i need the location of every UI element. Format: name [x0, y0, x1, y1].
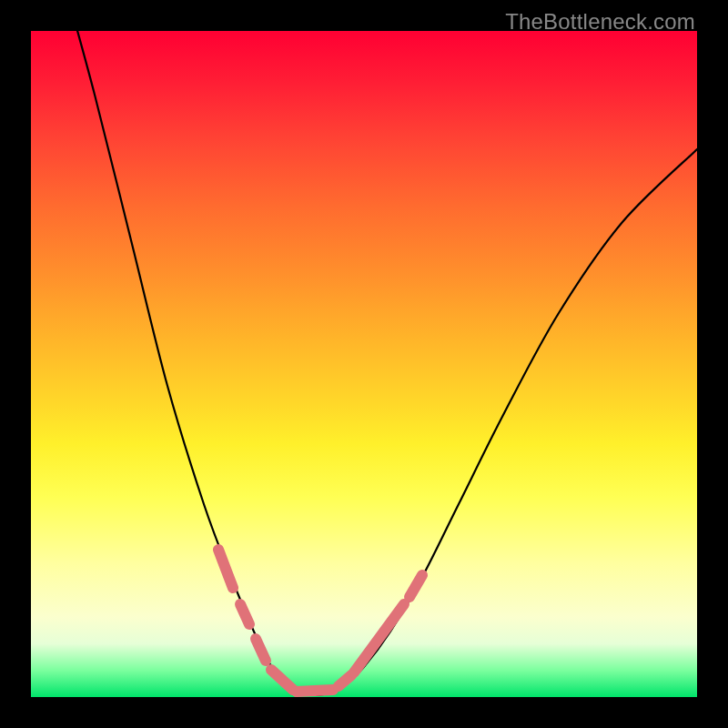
curve-svg — [31, 31, 697, 697]
chart-frame: TheBottleneck.com — [0, 0, 728, 728]
bottleneck-curve — [67, 0, 697, 695]
pink-segment — [354, 604, 404, 672]
pink-segment — [410, 575, 422, 597]
pink-segment — [218, 550, 233, 588]
pink-segment — [297, 690, 333, 692]
pink-segment — [271, 670, 293, 690]
pink-segment — [240, 604, 249, 624]
watermark-text: TheBottleneck.com — [505, 9, 695, 35]
pink-highlights — [218, 550, 422, 692]
pink-segment — [256, 639, 266, 661]
pink-segment — [339, 675, 351, 686]
plot-area — [31, 31, 697, 697]
